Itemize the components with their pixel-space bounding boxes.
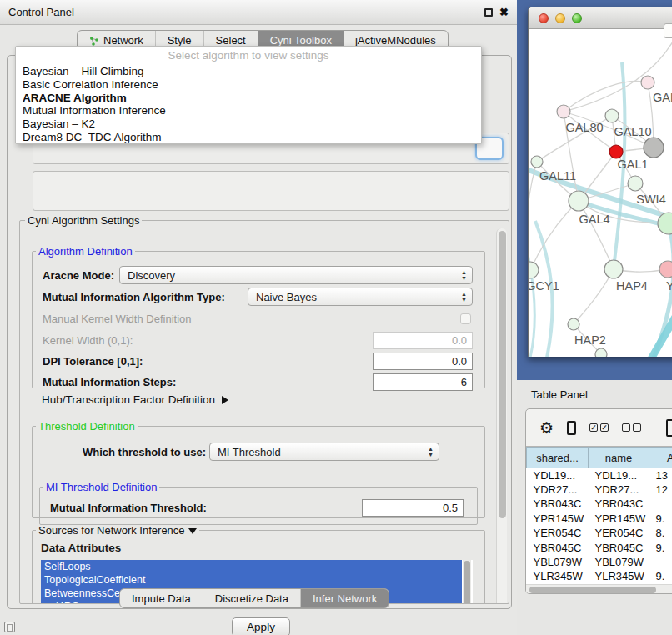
- network-node[interactable]: [628, 176, 643, 191]
- node-label: GAL11: [539, 169, 576, 182]
- which-threshold-select[interactable]: MI Threshold ▲▼: [209, 442, 439, 461]
- data-attributes-label: Data Attributes: [41, 542, 121, 554]
- select-all-checks-icon[interactable]: ✓✓: [589, 423, 609, 432]
- tab-infer-network[interactable]: Infer Network: [301, 589, 389, 608]
- node-label: HAP4: [616, 279, 648, 292]
- node-label: SWI4: [636, 192, 665, 206]
- mi-threshold-label: Mutual Information Threshold:: [50, 502, 207, 514]
- table-row[interactable]: YDR27...YDR27...12: [527, 482, 672, 497]
- settings-vertical-scrollbar[interactable]: [496, 228, 507, 604]
- table-row[interactable]: YPR145WYPR145W9.: [527, 512, 672, 526]
- which-threshold-label: Which threshold to use:: [83, 446, 206, 458]
- network-edge[interactable]: [530, 201, 579, 270]
- network-tool-overlay-fragment[interactable]: [664, 23, 672, 38]
- control-panel-title: Control Panel: [8, 6, 74, 18]
- network-node-gal10[interactable]: [644, 138, 664, 158]
- minimize-window-icon[interactable]: [555, 13, 565, 23]
- node-label: GAL4: [579, 212, 609, 226]
- columns-icon[interactable]: [567, 421, 576, 435]
- table-row[interactable]: YBL079WYBL079W: [527, 555, 672, 569]
- network-view-window[interactable]: GALGAL80GAL10GAL1GAL11GAL4SWI4GCY1HAP4YH…: [528, 7, 672, 357]
- float-panel-icon[interactable]: [484, 8, 493, 17]
- network-node-gal80[interactable]: [557, 105, 570, 118]
- node-label: HAP2: [574, 333, 606, 347]
- table-toolbar: ⚙ ✓✓: [526, 409, 672, 446]
- collapse-down-icon[interactable]: [188, 528, 197, 534]
- table-row[interactable]: YBR045CYBR045C9.: [527, 540, 672, 554]
- deselect-all-checks-icon[interactable]: [622, 423, 641, 432]
- dropdown-prompt: Select algorithm to view settings: [16, 49, 481, 65]
- table-row[interactable]: YER054CYER054C8.: [527, 526, 672, 540]
- aracne-mode-select[interactable]: Discovery ▲▼: [119, 266, 473, 284]
- close-window-icon[interactable]: [539, 13, 549, 23]
- combo-stepper-icon: ▲▼: [461, 269, 467, 281]
- mi-threshold-field[interactable]: 0.5: [362, 499, 464, 517]
- network-edge[interactable]: [529, 229, 534, 357]
- attribute-item[interactable]: TopologicalCoefficient: [41, 573, 462, 587]
- attributes-scrollbar[interactable]: [463, 560, 471, 604]
- dropdown-item[interactable]: ARACNE Algorithm: [16, 92, 481, 105]
- network-node-y[interactable]: [659, 261, 672, 278]
- table-row[interactable]: YDL19...YDL19...13: [527, 468, 672, 482]
- cyni-algorithm-settings-title: Cyni Algorithm Settings: [25, 214, 142, 227]
- zoom-window-icon[interactable]: [572, 13, 582, 23]
- dropdown-item[interactable]: Bayesian – K2: [16, 118, 481, 131]
- dropdown-item[interactable]: Bayesian – Hill Climbing: [16, 65, 481, 78]
- collapsed-panel-icon[interactable]: [4, 622, 15, 632]
- table-row[interactable]: YLR345WYLR345W9.: [527, 569, 672, 583]
- network-node-gal[interactable]: [641, 76, 654, 89]
- mi-type-label: Mutual Information Algorithm Type:: [43, 291, 225, 303]
- table-row[interactable]: YBR043CYBR043C: [527, 497, 672, 511]
- kernel-width-field[interactable]: 0.0: [373, 332, 473, 349]
- tab-discretize-data[interactable]: Discretize Data: [203, 589, 301, 608]
- network-edge[interactable]: [529, 162, 537, 270]
- hub-definition-toggle[interactable]: Hub/Transcription Factor Definition: [42, 393, 228, 406]
- dropdown-item[interactable]: Basic Correlation Inference: [16, 78, 481, 92]
- node-label: GAL80: [565, 121, 603, 134]
- table-panel-titlebar: Table Panel: [519, 382, 672, 407]
- combo-stepper-icon: ▲▼: [461, 291, 467, 302]
- node-label: GCY1: [529, 279, 559, 292]
- node-label: GAL: [653, 91, 672, 104]
- expand-right-icon[interactable]: [222, 396, 228, 404]
- node-table: shared...nameA YDL19...YDL19...13YDR27..…: [526, 447, 672, 584]
- mi-steps-label: Mutual Information Steps:: [43, 376, 176, 388]
- network-node-gal4[interactable]: [569, 191, 589, 211]
- table-horizontal-scrollbar[interactable]: [526, 584, 672, 594]
- network-node-gal1[interactable]: [609, 145, 623, 158]
- network-node-gcy1[interactable]: [529, 262, 539, 278]
- network-node-gal11[interactable]: [531, 156, 543, 168]
- column-header[interactable]: name: [589, 448, 649, 468]
- settings-gear-icon[interactable]: ⚙: [539, 420, 554, 436]
- dropdown-item[interactable]: Dream8 DC_TDC Algorithm: [16, 131, 481, 144]
- table-panel-title: Table Panel: [531, 388, 588, 401]
- network-node[interactable]: [595, 348, 607, 357]
- column-header[interactable]: shared...: [527, 448, 589, 468]
- control-panel-titlebar: Control Panel ✖: [0, 0, 517, 25]
- tab-impute-data[interactable]: Impute Data: [120, 589, 203, 608]
- attribute-item[interactable]: SelfLoops: [41, 560, 462, 573]
- kernel-width-label: Kernel Width (0,1):: [43, 334, 133, 347]
- dropdown-item[interactable]: Mutual Information Inference: [16, 104, 481, 118]
- dpi-tolerance-label: DPI Tolerance [0,1]:: [43, 355, 143, 368]
- network-canvas[interactable]: GALGAL80GAL10GAL1GAL11GAL4SWI4GCY1HAP4YH…: [529, 29, 672, 357]
- network-graph: GALGAL80GAL10GAL1GAL11GAL4SWI4GCY1HAP4YH…: [529, 29, 672, 357]
- network-node[interactable]: [605, 109, 619, 122]
- network-window-titlebar[interactable]: [529, 8, 672, 29]
- mi-algorithm-type-select[interactable]: Naive Bayes ▲▼: [248, 288, 473, 306]
- algorithm-dropdown-popup: Select algorithm to view settings Bayesi…: [15, 46, 482, 144]
- sources-title[interactable]: Sources for Network Inference: [36, 524, 199, 537]
- manual-kernel-width-checkbox[interactable]: [460, 313, 471, 324]
- column-header[interactable]: A: [649, 448, 672, 468]
- mi-steps-field[interactable]: 6: [373, 373, 473, 391]
- aracne-mode-label: Aracne Mode:: [43, 269, 114, 282]
- dpi-tolerance-field[interactable]: 0.0: [373, 352, 473, 370]
- network-node-hap4[interactable]: [604, 260, 623, 278]
- document-icon[interactable]: [666, 419, 672, 437]
- close-panel-icon[interactable]: ✖: [499, 8, 509, 17]
- apply-button[interactable]: Apply: [232, 618, 290, 635]
- network-edge[interactable]: [564, 81, 648, 112]
- network-node-hap2[interactable]: [568, 318, 579, 330]
- network-edge[interactable]: [574, 269, 614, 324]
- bottom-tabbar: Impute DataDiscretize DataInfer Network: [119, 588, 389, 608]
